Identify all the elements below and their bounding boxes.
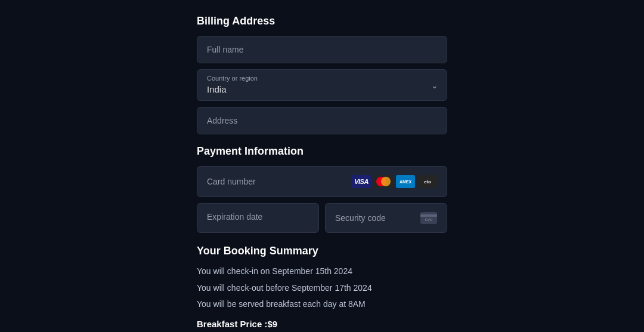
country-select-wrapper[interactable]: Country or region India ⌄	[197, 69, 447, 101]
breakfast-info: You will be served breakfast each day at…	[197, 299, 447, 311]
security-code-placeholder: Security code	[335, 213, 386, 223]
amex-icon: AMEX	[396, 175, 415, 188]
country-label: Country or region	[197, 70, 447, 83]
visa-icon: VISA	[352, 175, 371, 188]
expiration-placeholder: Expiration date	[207, 212, 262, 222]
checkout-info: You will check-out before September 17th…	[197, 282, 447, 294]
full-name-input[interactable]	[197, 36, 447, 63]
security-code-field[interactable]: Security code CVC	[325, 203, 447, 233]
elo-icon: elo	[418, 175, 437, 188]
checkin-info: You will check-in on September 15th 2024	[197, 266, 447, 278]
card-icons: VISA AMEX elo	[352, 175, 437, 188]
mastercard-icon	[374, 175, 393, 188]
billing-title: Billing Address	[197, 15, 447, 27]
address-input[interactable]	[197, 107, 447, 134]
breakfast-price-label: Breakfast Price :$9	[197, 319, 447, 329]
payment-title: Payment Information	[197, 145, 447, 158]
cvc-icon: CVC	[420, 212, 437, 224]
expiration-date-field[interactable]: Expiration date	[197, 203, 319, 233]
card-number-placeholder: Card number	[207, 177, 256, 186]
card-number-field[interactable]: Card number VISA AMEX elo	[197, 166, 447, 197]
country-value: India	[197, 83, 447, 100]
booking-summary-title: Your Booking Summary	[197, 245, 447, 257]
